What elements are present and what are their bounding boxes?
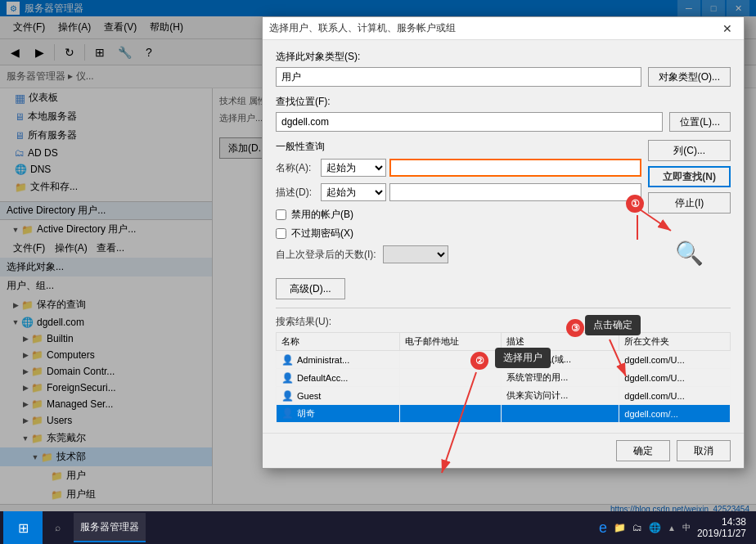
find-now-button[interactable]: 立即查找(N) [648, 166, 731, 187]
disabled-accounts-label: 禁用的帐户(B) [291, 208, 353, 222]
last-logon-label: 自上次登录后的天数(I): [276, 248, 376, 262]
name-query-input[interactable] [389, 159, 641, 177]
location-button[interactable]: 位置(L)... [669, 112, 731, 132]
location-row: 查找位置(F): 位置(L)... [276, 95, 731, 132]
result-name: 👤Guest [277, 387, 400, 405]
user-icon: 👤 [281, 354, 294, 366]
result-desc: 系统管理的用... [502, 369, 619, 387]
last-logon-row: 自上次登录后的天数(I): [276, 245, 641, 263]
object-type-input[interactable] [276, 67, 641, 87]
table-row[interactable]: 👤Guest 供来宾访问计... dgdell.com/U... [277, 387, 731, 405]
result-folder: dgdell.com/U... [619, 387, 731, 405]
location-controls: 位置(L)... [276, 112, 731, 132]
name-condition-select[interactable]: 起始为 [321, 159, 386, 177]
confirm-button[interactable]: 确定 [616, 440, 670, 461]
taskbar-ie-icon[interactable]: e [599, 519, 607, 537]
result-name: 👤胡奇 [277, 405, 400, 423]
result-desc: 供来宾访问计... [502, 387, 619, 405]
object-type-controls: 对象类型(O)... [276, 67, 731, 87]
tooltip-2-text: 选择用户 [495, 348, 551, 368]
user-icon: 👤 [281, 407, 294, 419]
col-name-header: 名称 [277, 333, 400, 351]
object-type-button[interactable]: 对象类型(O)... [648, 67, 731, 87]
dialog-title-bar: 选择用户、联系人、计算机、服务帐户或组 ✕ [263, 17, 744, 40]
name-label: 名称(A): [276, 161, 321, 175]
name-query-row: 名称(A): 起始为 [276, 159, 641, 177]
result-folder: dgdell.com/U... [619, 351, 731, 369]
result-email [400, 405, 502, 423]
dialog-body: 选择此对象类型(S): 对象类型(O)... 查找位置(F): 位置(L)... [263, 40, 744, 433]
no-expire-pwd-label: 不过期密码(X) [291, 227, 353, 241]
taskbar: ⊞ ⌕ 服务器管理器 e 📁 🗂 🌐 ▲ 中 14:38 2019/11/27 [0, 511, 756, 544]
taskbar-app-item[interactable]: 服务器管理器 [74, 513, 146, 542]
dialog-title-text: 选择用户、联系人、计算机、服务帐户或组 [269, 21, 718, 35]
desc-label: 描述(D): [276, 186, 321, 200]
general-query-label: 一般性查询 [276, 140, 641, 154]
select-users-dialog: 选择用户、联系人、计算机、服务帐户或组 ✕ 选择此对象类型(S): 对象类型(O… [262, 16, 745, 469]
start-button[interactable]: ⊞ [3, 511, 43, 544]
result-folder: dgdell.com/U... [619, 369, 731, 387]
taskbar-search-button[interactable]: ⌕ [43, 511, 72, 544]
desc-query-input[interactable] [389, 183, 641, 201]
result-name: 👤DefaultAcc... [277, 369, 400, 387]
table-row[interactable]: 👤DefaultAcc... 系统管理的用... dgdell.com/U... [277, 369, 731, 387]
tooltip-confirm: 点击确定 [585, 315, 641, 335]
taskbar-time: 14:38 2019/11/27 [697, 516, 746, 539]
result-email [400, 387, 502, 405]
taskbar-lang-icon: 中 [682, 522, 691, 533]
taskbar-net-icon[interactable]: 🌐 [649, 522, 661, 533]
taskbar-expand-icon[interactable]: ▲ [668, 524, 676, 533]
no-expire-pwd-row: 不过期密码(X) [276, 227, 641, 241]
location-label: 查找位置(F): [276, 95, 731, 109]
days-select[interactable] [383, 245, 448, 263]
result-email [400, 369, 502, 387]
annotation-3: ③ [566, 319, 584, 337]
annotation-2: ② [470, 352, 488, 370]
circle-2: ② [470, 352, 488, 370]
col-email-header: 电子邮件地址 [400, 333, 502, 351]
columns-button[interactable]: 列(C)... [648, 140, 731, 161]
query-form: 一般性查询 名称(A): 起始为 描述(D): 起始为 [276, 140, 641, 272]
cancel-button[interactable]: 取消 [677, 440, 731, 461]
object-type-section: 选择此对象类型(S): 对象类型(O)... [276, 50, 731, 87]
annotation-1: ① [626, 195, 644, 213]
circle-3: ③ [566, 319, 584, 337]
advanced-section: 高级(D)... [276, 275, 731, 299]
search-binoculars-icon: 🔍 [675, 240, 704, 267]
location-section: 查找位置(F): 位置(L)... [276, 95, 731, 132]
dialog-footer: 确定 取消 [263, 433, 744, 468]
tooltip-select-user: 选择用户 [495, 348, 551, 368]
table-row[interactable]: 👤胡奇 dgdell.com/... [277, 405, 731, 423]
disabled-accounts-row: 禁用的帐户(B) [276, 208, 641, 222]
object-type-label: 选择此对象类型(S): [276, 50, 731, 64]
taskbar-folder-icon[interactable]: 📁 [614, 522, 626, 533]
circle-1: ① [626, 195, 644, 213]
tooltip-3-text: 点击确定 [585, 315, 641, 335]
result-name: 👤Administrat... [277, 351, 400, 369]
action-buttons: 列(C)... 立即查找(N) 停止(I) 🔍 [648, 140, 731, 267]
search-icon-area: 🔍 [648, 240, 731, 267]
no-expire-pwd-checkbox[interactable] [276, 228, 286, 239]
desc-condition-select[interactable]: 起始为 [321, 183, 386, 201]
taskbar-app-label: 服务器管理器 [80, 520, 139, 534]
advanced-button[interactable]: 高级(D)... [276, 278, 345, 299]
results-table: 名称 电子邮件地址 描述 所在文件夹 👤Administrat... 管理计算机… [276, 332, 731, 423]
user-icon: 👤 [281, 390, 294, 402]
results-label: 搜索结果(U): [276, 315, 731, 329]
arrow-1 [637, 215, 638, 240]
user-icon: 👤 [281, 372, 294, 384]
spacer [648, 218, 731, 235]
taskbar-explorer-icon[interactable]: 🗂 [632, 522, 642, 533]
object-type-row: 选择此对象类型(S): 对象类型(O)... [276, 50, 731, 87]
time-display: 14:38 [697, 516, 746, 528]
stop-button[interactable]: 停止(I) [648, 192, 731, 214]
date-display: 2019/11/27 [697, 528, 746, 539]
result-folder: dgdell.com/... [619, 405, 731, 423]
query-section: 一般性查询 名称(A): 起始为 描述(D): 起始为 [276, 140, 731, 272]
disabled-accounts-checkbox[interactable] [276, 209, 286, 220]
taskbar-system-icons: e 📁 🗂 🌐 ▲ 中 14:38 2019/11/27 [599, 516, 753, 539]
location-input[interactable] [276, 112, 663, 132]
desc-query-row: 描述(D): 起始为 [276, 183, 641, 201]
result-desc [502, 405, 619, 423]
dialog-close-button[interactable]: ✕ [718, 19, 737, 38]
